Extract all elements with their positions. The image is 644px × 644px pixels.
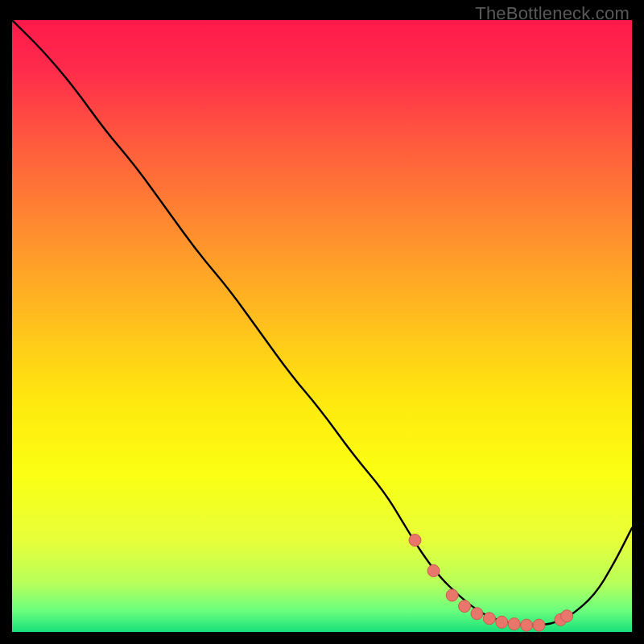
marker-dot <box>446 589 458 601</box>
marker-dot <box>561 610 573 622</box>
marker-dot <box>427 565 440 577</box>
marker-dot <box>496 616 508 628</box>
marker-dot <box>483 613 495 625</box>
chart-frame <box>12 20 632 632</box>
marker-dot <box>459 601 471 613</box>
gradient-background <box>12 20 632 632</box>
marker-dot <box>409 535 421 547</box>
marker-dot <box>521 619 533 631</box>
bottleneck-chart <box>12 20 632 632</box>
marker-dot <box>508 618 520 630</box>
marker-dot <box>533 619 545 631</box>
marker-dot <box>471 608 483 620</box>
